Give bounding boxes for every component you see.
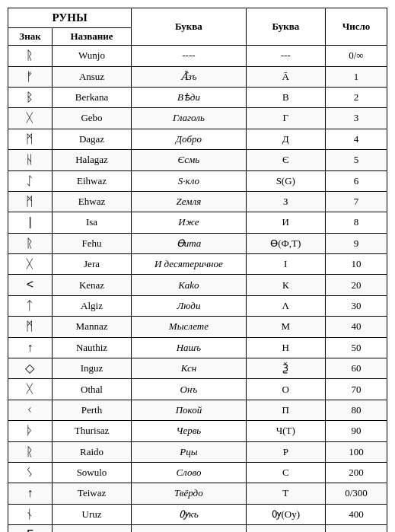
cell-bukva2: S(G) [246, 170, 325, 191]
cell-znak: ᚺ [8, 150, 53, 170]
cell-bukva1: Люди [132, 295, 247, 316]
cell-name: Sowulo [52, 463, 131, 483]
cell-bukva2: Ѯ [246, 358, 325, 379]
col-header-bukva1: Буква [132, 8, 247, 46]
table-row: ↑NauthizНашъН50 [8, 337, 387, 358]
cell-znak: ᚷ [8, 108, 53, 129]
table-row: ᛊSowuloСловоС200 [8, 463, 387, 483]
cell-name: Teiwaz [52, 483, 131, 504]
cell-bukva2: В [246, 87, 325, 107]
table-row: ᚱRaidoРцыР100 [8, 441, 387, 462]
table-row: ᚺHalagazЄсмьЄ5 [8, 150, 387, 170]
table-row: ᛏAlgizЛюдиΛ30 [8, 295, 387, 316]
cell-bukva2: Р [246, 441, 325, 462]
cell-bukva2: Г [246, 108, 325, 129]
table-title: РУНЫ [8, 8, 132, 28]
cell-bukva1: Добро [132, 129, 247, 149]
cell-chislo: 400 [325, 504, 387, 524]
cell-znak: < [8, 275, 53, 295]
cell-bukva1: Вѣди [132, 87, 247, 107]
cell-name: Ehwaz [52, 191, 131, 212]
table-row: ᚾUruzѸкъѸ(Оу)400 [8, 504, 387, 524]
table-row: ᛗDagazДоброД4 [8, 129, 387, 149]
cell-chislo: 60 [325, 358, 387, 379]
table-row: ᛗMannazМыслетеМ40 [8, 317, 387, 337]
cell-chislo: 10 [325, 254, 387, 275]
table-row: ᛇEihwazS·клоS(G)6 [8, 170, 387, 191]
cell-znak: ᚱ [8, 46, 53, 66]
cell-znak: ᛇ [8, 170, 53, 191]
cell-znak: Γ [8, 525, 53, 532]
cell-chislo: 90 [325, 421, 387, 441]
col-header-name: Название [52, 28, 131, 46]
cell-name: Isa [52, 212, 131, 233]
cell-bukva2: Ѳ(Ф,Т) [246, 233, 325, 253]
cell-name: Eihwaz [52, 170, 131, 191]
cell-bukva1: Покой [132, 400, 247, 420]
cell-name: Uruz [52, 504, 131, 524]
cell-bukva1: Ксн [132, 358, 247, 379]
cell-bukva2: Ā [246, 66, 325, 87]
cell-znak: ᛗ [8, 129, 53, 149]
table-row: ᚱFehuӨитаѲ(Ф,Т)9 [8, 233, 387, 253]
cell-bukva2: О [246, 379, 325, 400]
cell-znak: ᛗ [8, 317, 53, 337]
cell-znak: ᚱ [8, 441, 53, 462]
table-row: ᛗEhwazZемляЗ7 [8, 191, 387, 212]
cell-bukva2: З [246, 191, 325, 212]
cell-bukva2: Є [246, 150, 325, 170]
runes-table: РУНЫ Буква Буква Число Знак Название ᚱWu… [8, 8, 387, 532]
table-row: ◇InguzКснѮ60 [8, 358, 387, 379]
table-row: ᛒBerkanaВѣдиВ2 [8, 87, 387, 107]
cell-name: Wunjo [52, 46, 131, 66]
cell-chislo: 100 [325, 441, 387, 462]
cell-chislo: 50 [325, 337, 387, 358]
cell-bukva1: Єсмь [132, 150, 247, 170]
cell-bukva1: ---- [132, 46, 247, 66]
cell-znak: ᚦ [8, 421, 53, 441]
cell-bukva1: Иже [132, 212, 247, 233]
cell-bukva1: Твёрдо [132, 483, 247, 504]
cell-bukva2: С [246, 463, 325, 483]
cell-bukva1: И десятеричное [132, 254, 247, 275]
cell-chislo: 30 [325, 295, 387, 316]
cell-bukva1: Червь [132, 421, 247, 441]
cell-znak: ᛊ [8, 463, 53, 483]
cell-znak: ᚱ [8, 233, 53, 253]
table-row: ᚷGeboГлагольГ3 [8, 108, 387, 129]
cell-chislo: 40 [325, 317, 387, 337]
cell-name: Mannaz [52, 317, 131, 337]
cell-bukva2: К [246, 275, 325, 295]
cell-chislo: 2 [325, 87, 387, 107]
cell-chislo: 70 [325, 379, 387, 400]
cell-bukva2: Т [246, 483, 325, 504]
cell-bukva1: Өита [132, 233, 247, 253]
cell-znak: ↑ [8, 337, 53, 358]
cell-chislo: 1 [325, 66, 387, 87]
cell-chislo: 200 [325, 463, 387, 483]
cell-name: Kenaz [52, 275, 131, 295]
cell-chislo: 4 [325, 129, 387, 149]
cell-name: Laguz [52, 525, 131, 532]
cell-bukva1: Онъ [132, 379, 247, 400]
cell-name: Algiz [52, 295, 131, 316]
cell-bukva1: Ѹкъ [132, 504, 247, 524]
cell-bukva2: --- [246, 46, 325, 66]
cell-name: Inguz [52, 358, 131, 379]
cell-znak: ᚲ [8, 400, 53, 420]
col-header-znak: Знак [8, 28, 53, 46]
cell-chislo: 20 [325, 275, 387, 295]
cell-chislo: 0/∞ [325, 525, 387, 532]
cell-name: Thurisaz [52, 421, 131, 441]
cell-bukva2: Ч(Т) [246, 421, 325, 441]
cell-znak: ᚷ [8, 254, 53, 275]
col-header-chislo: Число [325, 8, 387, 46]
cell-bukva2: Ѹ(Оу) [246, 504, 325, 524]
cell-name: Othal [52, 379, 131, 400]
cell-name: Gebo [52, 108, 131, 129]
cell-bukva2: М [246, 317, 325, 337]
cell-name: Raido [52, 441, 131, 462]
cell-chislo: 8 [325, 212, 387, 233]
table-row: |IsaИжеИ8 [8, 212, 387, 233]
cell-bukva2: Н [246, 337, 325, 358]
